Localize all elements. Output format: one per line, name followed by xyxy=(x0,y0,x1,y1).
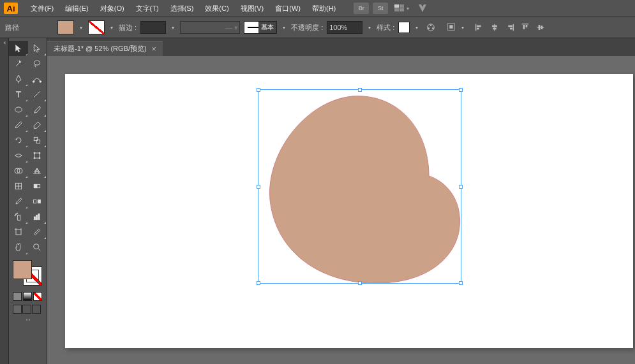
eyedropper-tool[interactable] xyxy=(9,194,28,209)
graphic-style-swatch[interactable] xyxy=(398,22,410,33)
symbol-sprayer-tool[interactable] xyxy=(9,209,28,224)
resize-handle-bl[interactable] xyxy=(257,281,260,285)
selection-tool[interactable] xyxy=(9,41,28,56)
pencil-tool[interactable] xyxy=(9,117,28,133)
pen-tool[interactable] xyxy=(9,71,28,87)
eraser-tool[interactable] xyxy=(28,117,47,133)
resize-handle-tl[interactable] xyxy=(257,88,260,92)
align-vcenter-icon[interactable] xyxy=(534,21,548,34)
svg-point-25 xyxy=(34,61,40,65)
svg-rect-12 xyxy=(477,28,479,30)
artboard[interactable] xyxy=(65,74,633,348)
brush-definition[interactable]: 基本 xyxy=(244,21,277,34)
svg-rect-52 xyxy=(38,214,40,219)
ellipse-tool[interactable] xyxy=(9,102,28,117)
align-hcenter-icon[interactable] xyxy=(488,21,502,34)
align-right-icon[interactable] xyxy=(503,21,517,34)
type-tool[interactable] xyxy=(9,87,28,102)
menu-object[interactable]: 对象(O) xyxy=(95,1,130,16)
magic-wand-tool[interactable] xyxy=(9,56,28,71)
svg-point-6 xyxy=(428,27,430,29)
scale-tool[interactable] xyxy=(28,133,47,148)
stroke-weight-dropdown-icon[interactable]: ▾ xyxy=(170,20,176,34)
line-segment-tool[interactable] xyxy=(28,87,47,102)
screen-mode-btn[interactable] xyxy=(26,319,31,321)
menu-edit[interactable]: 编辑(E) xyxy=(60,1,94,16)
brush-dropdown-icon[interactable]: ▾ xyxy=(281,20,287,34)
stock-button[interactable]: St xyxy=(373,3,388,14)
curvature-tool[interactable] xyxy=(28,71,47,87)
style-dropdown-icon[interactable]: ▾ xyxy=(414,20,420,34)
svg-rect-31 xyxy=(37,140,40,143)
fill-dropdown-icon[interactable]: ▾ xyxy=(78,20,84,34)
opacity-input[interactable] xyxy=(327,21,362,34)
svg-rect-3 xyxy=(400,8,404,11)
lasso-tool[interactable] xyxy=(28,56,47,71)
recolor-artwork-icon[interactable] xyxy=(424,21,438,34)
shape-builder-tool[interactable] xyxy=(9,163,28,178)
svg-point-26 xyxy=(33,81,35,83)
resize-handle-tr[interactable] xyxy=(459,88,463,92)
hand-tool[interactable] xyxy=(9,240,28,255)
menu-effect[interactable]: 效果(C) xyxy=(200,1,234,16)
resize-handle-ml[interactable] xyxy=(257,185,260,189)
slice-tool[interactable] xyxy=(28,224,47,240)
rotate-tool[interactable] xyxy=(9,133,28,148)
align-dropdown-icon[interactable]: ▾ xyxy=(459,20,466,34)
opacity-dropdown-icon[interactable]: ▾ xyxy=(366,20,373,34)
svg-rect-46 xyxy=(17,215,20,220)
artboard-tool[interactable] xyxy=(9,224,28,240)
svg-rect-23 xyxy=(539,25,541,30)
align-left-icon[interactable] xyxy=(472,21,486,34)
fill-swatch[interactable] xyxy=(57,20,74,34)
color-mode-btn[interactable] xyxy=(13,292,22,301)
stroke-swatch[interactable] xyxy=(88,20,105,34)
path-shape[interactable] xyxy=(263,93,461,284)
svg-point-47 xyxy=(15,214,16,214)
svg-point-35 xyxy=(34,157,35,159)
direct-selection-tool[interactable] xyxy=(28,41,47,56)
zoom-tool[interactable] xyxy=(28,240,47,255)
menu-select[interactable]: 选择(S) xyxy=(165,1,199,16)
menu-help[interactable]: 帮助(H) xyxy=(307,1,341,16)
perspective-grid-tool[interactable] xyxy=(28,163,47,178)
gradient-tool[interactable] xyxy=(28,178,47,194)
fill-stroke-indicator[interactable] xyxy=(13,260,42,286)
stroke-weight-input[interactable] xyxy=(140,21,166,34)
blend-tool[interactable] xyxy=(28,194,47,209)
draw-behind-btn[interactable] xyxy=(22,305,31,314)
column-graph-tool[interactable] xyxy=(28,209,47,224)
align-top-icon[interactable] xyxy=(518,21,532,34)
bridge-button[interactable]: Br xyxy=(354,3,369,14)
menu-view[interactable]: 视图(V) xyxy=(235,1,269,16)
width-tool[interactable] xyxy=(9,148,28,163)
svg-rect-24 xyxy=(541,25,543,29)
paintbrush-tool[interactable] xyxy=(28,102,47,117)
resize-handle-tm[interactable] xyxy=(358,88,362,92)
free-transform-tool[interactable] xyxy=(28,148,47,163)
gradient-mode-btn[interactable] xyxy=(23,292,32,301)
svg-rect-15 xyxy=(493,28,497,30)
none-mode-btn[interactable] xyxy=(33,292,42,301)
draw-inside-btn[interactable] xyxy=(32,305,41,314)
svg-point-33 xyxy=(34,152,35,154)
stroke-dropdown-icon[interactable]: ▾ xyxy=(108,20,115,34)
canvas-area[interactable] xyxy=(47,56,635,364)
menu-window[interactable]: 窗口(W) xyxy=(270,1,306,16)
chevron-left-icon: ‹‹ xyxy=(4,40,5,46)
search-adobe-icon[interactable] xyxy=(415,2,430,15)
menu-type[interactable]: 文字(T) xyxy=(131,1,164,16)
panel-collapse-strip[interactable]: ‹‹ xyxy=(0,38,9,364)
fill-color-box[interactable] xyxy=(13,260,32,279)
svg-point-48 xyxy=(17,213,17,214)
align-panel-icon[interactable] xyxy=(444,20,458,33)
svg-rect-17 xyxy=(509,25,513,27)
workspace-switcher[interactable]: ▾ xyxy=(394,4,409,12)
mesh-tool[interactable] xyxy=(9,178,28,194)
close-tab-icon[interactable]: × xyxy=(152,45,156,54)
variable-width-profile[interactable]: — ▾ xyxy=(180,21,240,34)
draw-normal-btn[interactable] xyxy=(13,305,22,314)
document-tab[interactable]: 未标题-1* @ 52% (RGB/预览) × xyxy=(47,41,163,56)
svg-rect-51 xyxy=(36,215,38,219)
menu-file[interactable]: 文件(F) xyxy=(26,1,59,16)
